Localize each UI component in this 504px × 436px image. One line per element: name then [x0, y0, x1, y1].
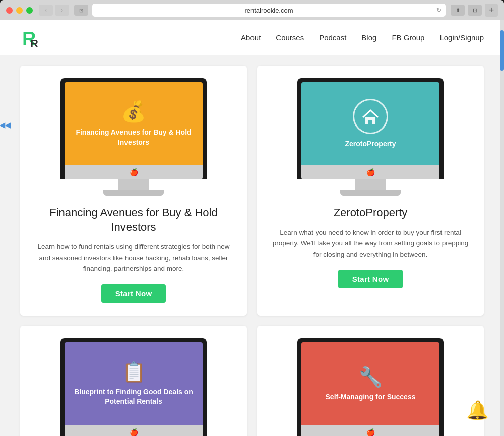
imac-screen-wrapper-self-managing: 🔧 Self-Managing for Success 🍎 — [297, 338, 444, 436]
nav-podcast[interactable]: Podcast — [319, 33, 346, 42]
imac-mockup-financing: 💰 Financing Avenues for Buy & Hold Inves… — [60, 78, 207, 196]
svg-rect-3 — [368, 120, 372, 124]
nav-fb-group[interactable]: FB Group — [392, 33, 424, 42]
url-text: rentalrookie.com — [244, 7, 293, 14]
imac-stand-top-zero-to-property — [355, 179, 386, 190]
logo-icon: R R — [20, 25, 45, 50]
page-wrapper: R R About Courses Podcast Blog FB Group … — [0, 20, 504, 436]
house-circle-icon — [353, 99, 388, 134]
browser-chrome: ‹ › ⊡ rentalrookie.com ↻ ⬆ ⊡ + — [0, 0, 504, 20]
imac-screen-wrapper-financing: 💰 Financing Avenues for Buy & Hold Inves… — [60, 78, 207, 179]
traffic-lights — [6, 7, 33, 14]
imac-mockup-blueprint: 📋 Blueprint to Finding Good Deals on Pot… — [60, 338, 207, 436]
course-title-zero-to-property: ZerotoProperty — [334, 206, 408, 220]
apple-icon-financing: 🍎 — [130, 168, 138, 176]
start-button-zero-to-property[interactable]: Start Now — [338, 270, 403, 288]
browser-titlebar: ‹ › ⊡ rentalrookie.com ↻ ⬆ ⊡ + — [0, 0, 504, 20]
imac-chin-financing: 🍎 — [65, 165, 203, 179]
imac-screen-wrapper-blueprint: 📋 Blueprint to Finding Good Deals on Pot… — [60, 338, 207, 436]
imac-chin-zero-to-property: 🍎 — [301, 165, 439, 179]
browser-nav: ‹ › — [39, 5, 69, 16]
main-content: 💰 Financing Avenues for Buy & Hold Inves… — [0, 55, 504, 436]
nav-blog[interactable]: Blog — [361, 33, 376, 42]
course-title-financing: Financing Avenues for Buy & Hold Investo… — [33, 206, 234, 234]
minimize-button[interactable] — [16, 7, 23, 14]
scrollbar-thumb[interactable] — [500, 30, 504, 71]
start-button-financing[interactable]: Start Now — [101, 284, 166, 303]
imac-screen-blueprint: 📋 Blueprint to Finding Good Deals on Pot… — [65, 342, 203, 425]
imac-mockup-self-managing: 🔧 Self-Managing for Success 🍎 — [297, 338, 444, 436]
maximize-button[interactable] — [26, 7, 33, 14]
refresh-icon[interactable]: ↻ — [436, 7, 442, 14]
notification-bell[interactable]: 🔔 — [466, 400, 489, 421]
imac-screen-self-managing: 🔧 Self-Managing for Success — [301, 342, 439, 425]
nav-about[interactable]: About — [241, 33, 261, 42]
screen-label-self-managing: Self-Managing for Success — [318, 392, 423, 402]
window-button[interactable]: ⊡ — [74, 5, 88, 16]
nav-courses[interactable]: Courses — [276, 33, 304, 42]
imac-screen-wrapper-zero-to-property: ZerotoProperty 🍎 — [297, 78, 444, 179]
screen-label-financing: Financing Avenues for Buy & Hold Investo… — [65, 128, 203, 147]
nav-login-signup[interactable]: Login/Signup — [439, 33, 484, 42]
apple-icon-blueprint: 🍎 — [130, 428, 138, 436]
imac-stand-top-financing — [118, 179, 149, 190]
course-card-self-managing: 🔧 Self-Managing for Success 🍎 — [257, 326, 484, 436]
apple-icon-zero-to-property: 🍎 — [366, 168, 375, 176]
tools-icon: 🔧 — [359, 366, 383, 388]
back-button[interactable]: ‹ — [39, 5, 53, 16]
blueprint-icon: 📋 — [122, 361, 146, 383]
screen-label-zero-to-property: ZerotoProperty — [337, 139, 403, 149]
close-button[interactable] — [6, 7, 13, 14]
course-card-zero-to-property: ZerotoProperty 🍎 ZerotoProperty Learn wh… — [257, 66, 484, 316]
scrollbar[interactable] — [500, 20, 504, 436]
course-desc-financing: Learn how to fund rentals using differen… — [33, 241, 234, 274]
site-nav: About Courses Podcast Blog FB Group Logi… — [241, 33, 484, 42]
screen-label-blueprint: Blueprint to Finding Good Deals on Poten… — [65, 387, 203, 407]
imac-screen-zero-to-property: ZerotoProperty — [301, 82, 439, 165]
scroll-indicator: ◀◀ — [0, 121, 10, 129]
share-button[interactable]: ⬆ — [451, 5, 465, 16]
site-header: R R About Courses Podcast Blog FB Group … — [0, 20, 504, 55]
bell-icon: 🔔 — [466, 400, 489, 420]
money-bag-icon: 💰 — [121, 100, 146, 123]
imac-stand-base-financing — [103, 190, 164, 196]
address-bar[interactable]: rentalrookie.com ↻ — [92, 4, 446, 17]
course-card-financing: 💰 Financing Avenues for Buy & Hold Inves… — [20, 66, 247, 316]
browser-actions: ⬆ ⊡ — [451, 5, 482, 16]
imac-chin-self-managing: 🍎 — [301, 425, 439, 436]
forward-button[interactable]: › — [55, 5, 69, 16]
imac-mockup-zero-to-property: ZerotoProperty 🍎 — [297, 78, 444, 196]
course-card-blueprint: 📋 Blueprint to Finding Good Deals on Pot… — [20, 326, 247, 436]
imac-chin-blueprint: 🍎 — [65, 425, 203, 436]
imac-stand-base-zero-to-property — [340, 190, 401, 196]
course-desc-zero-to-property: Learn what you need to know in order to … — [270, 227, 471, 260]
bookmark-button[interactable]: ⊡ — [468, 5, 482, 16]
logo: R R — [20, 25, 45, 50]
scroll-arrow-left: ◀◀ — [0, 121, 11, 129]
new-tab-button[interactable]: + — [485, 4, 498, 17]
imac-screen-financing: 💰 Financing Avenues for Buy & Hold Inves… — [65, 82, 203, 165]
svg-text:R: R — [30, 37, 38, 49]
apple-icon-self-managing: 🍎 — [366, 428, 375, 436]
